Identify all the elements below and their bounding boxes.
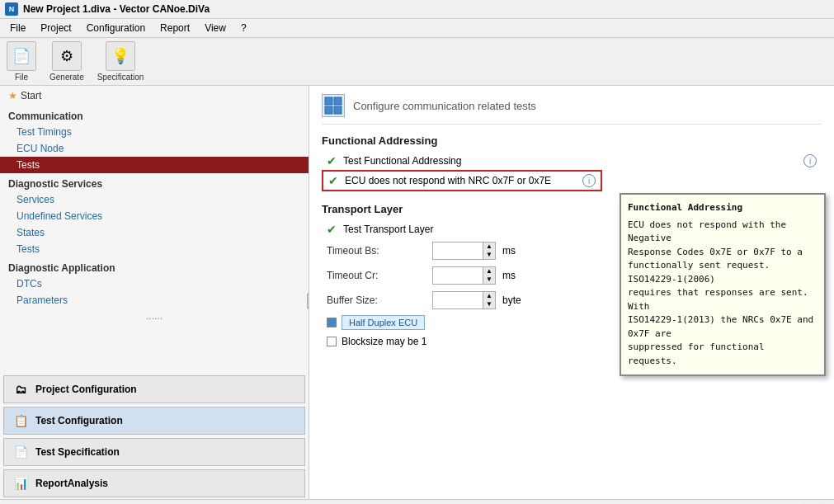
tooltip-line-6: suppressed for functional requests.: [628, 341, 818, 368]
sidebar-item-dtcs[interactable]: DTCs: [0, 276, 309, 292]
toolbar-specification-group: 💡 Specification: [97, 41, 144, 82]
buffer-size-spinner: 4095 ▲ ▼: [432, 291, 496, 309]
info-icon-2[interactable]: i: [582, 174, 596, 187]
menu-report[interactable]: Report: [153, 21, 196, 35]
buffer-size-spinner-btns: ▲ ▼: [483, 292, 495, 309]
half-duplex-button[interactable]: Half Duplex ECU: [342, 315, 425, 330]
menu-project[interactable]: Project: [34, 21, 78, 35]
buffer-size-down[interactable]: ▼: [483, 300, 495, 309]
buffer-size-label: Buffer Size:: [327, 294, 426, 306]
check-icon-3: ✔: [327, 223, 337, 236]
test-config-icon: 📋: [12, 412, 29, 429]
menu-help[interactable]: ?: [234, 21, 253, 35]
timeout-bs-spinner: 150 ▲ ▼: [432, 242, 496, 260]
check-icon-2: ✔: [328, 174, 338, 187]
timeout-cr-unit: ms: [502, 270, 516, 281]
tooltip-title: Functional Addressing: [628, 201, 818, 215]
toolbar-generate-button[interactable]: ⚙: [52, 41, 82, 71]
toolbar-specification-button[interactable]: 💡: [106, 41, 135, 71]
timeout-bs-label: Timeout Bs:: [327, 245, 426, 257]
project-config-icon: 🗂: [12, 381, 29, 398]
svg-rect-1: [334, 97, 342, 105]
test-functional-addressing-label: Test Functional Addressing: [343, 155, 461, 167]
tooltip-line-1: ECU does not respond with the Negative: [628, 219, 818, 246]
menu-file[interactable]: File: [3, 21, 32, 35]
main-layout: ◀ ★ Start Communication Test Timings ECU…: [0, 86, 834, 499]
tooltip-line-3: functionally sent request. ISO14229-1(20…: [628, 259, 818, 286]
sidebar-panel-test-spec[interactable]: 📄 Test Specification: [3, 438, 305, 466]
timeout-bs-spinner-btns: ▲ ▼: [483, 243, 495, 259]
timeout-cr-spinner: 150 ▲ ▼: [432, 266, 496, 285]
sidebar-panel-report-analysis-label: ReportAnalysis: [35, 478, 108, 489]
sidebar-section-diagnostic-application: Diagnostic Application: [0, 257, 309, 276]
ecu-nrc-row: ✔ ECU does not respond with NRC 0x7F or …: [322, 170, 602, 191]
timeout-cr-down[interactable]: ▼: [483, 276, 495, 284]
toolbar-file-group: 📄 File: [7, 41, 36, 82]
sidebar-item-undefined-services[interactable]: Undefined Services: [0, 208, 309, 224]
buffer-size-input[interactable]: 4095: [433, 293, 483, 308]
sidebar-item-states[interactable]: States: [0, 224, 309, 241]
sidebar: ◀ ★ Start Communication Test Timings ECU…: [0, 86, 309, 499]
sidebar-panel-report-analysis[interactable]: 📊 ReportAnalysis: [3, 469, 305, 497]
toolbar-generate-label: Generate: [49, 73, 84, 82]
test-functional-addressing-row: ✔ Test Functional Addressing i: [322, 152, 822, 170]
content-area: Configure communication related tests Fu…: [309, 86, 834, 499]
toolbar-specification-label: Specification: [97, 73, 144, 82]
half-duplex-checkbox[interactable]: [327, 318, 337, 327]
title-bar: N New Project 1.diva - Vector CANoe.DiVa: [0, 0, 834, 19]
sidebar-item-ecu-node[interactable]: ECU Node: [0, 140, 309, 157]
sidebar-section-communication: Communication: [0, 106, 309, 124]
app-icon: N: [5, 2, 18, 16]
content-header-title: Configure communication related tests: [353, 100, 536, 112]
sidebar-start-item[interactable]: ★ Start: [0, 86, 309, 106]
buffer-size-unit: byte: [502, 294, 521, 306]
toolbar: 📄 File ⚙ Generate 💡 Specification: [0, 38, 834, 86]
sidebar-item-tests-diag[interactable]: Tests: [0, 241, 309, 257]
timeout-cr-input[interactable]: 150: [433, 268, 483, 283]
sidebar-panel-test-config[interactable]: 📋 Test Configuration: [3, 407, 305, 435]
sidebar-panel-project-config[interactable]: 🗂 Project Configuration: [3, 375, 305, 403]
sidebar-panel-test-spec-label: Test Specification: [35, 446, 120, 458]
toolbar-file-button[interactable]: 📄: [7, 41, 36, 71]
title-text: New Project 1.diva - Vector CANoe.DiVa: [23, 3, 210, 15]
timeout-bs-up[interactable]: ▲: [483, 243, 495, 251]
sidebar-item-services[interactable]: Services: [0, 191, 309, 208]
info-icon-1[interactable]: i: [803, 154, 817, 167]
content-header-icon: [322, 94, 345, 117]
sidebar-panel-project-config-label: Project Configuration: [35, 384, 137, 395]
sidebar-item-tests-comm[interactable]: Tests: [0, 157, 309, 173]
svg-rect-0: [325, 97, 332, 105]
test-transport-layer-label: Test Transport Layer: [343, 224, 433, 235]
tooltip-line-4: requires that responses are sent. With: [628, 286, 818, 313]
sidebar-item-test-timings[interactable]: Test Timings: [0, 124, 309, 140]
buffer-size-up[interactable]: ▲: [483, 292, 495, 300]
sidebar-item-parameters[interactable]: Parameters: [0, 292, 309, 309]
report-analysis-icon: 📊: [12, 475, 29, 492]
status-bar: CSDN @诊断协议那些事儿: [0, 499, 834, 504]
blocksize-checkbox[interactable]: [327, 337, 337, 346]
functional-addressing-title: Functional Addressing: [322, 134, 822, 147]
sidebar-dots: ......: [0, 309, 309, 323]
sidebar-start-label: Start: [21, 90, 41, 101]
timeout-cr-label: Timeout Cr:: [327, 270, 426, 281]
menu-configuration[interactable]: Configuration: [80, 21, 152, 35]
tooltip-line-2: Response Codes 0x7E or 0x7F to a: [628, 246, 818, 260]
menu-view[interactable]: View: [198, 21, 233, 35]
tooltip-line-5: ISO14229-1(2013) the NRCs 0x7E and 0x7F …: [628, 313, 818, 341]
blocksize-label: Blocksize may be 1: [342, 336, 426, 347]
content-header: Configure communication related tests: [322, 94, 822, 125]
ecu-nrc-label: ECU does not respond with NRC 0x7F or 0x…: [345, 175, 551, 186]
sidebar-section-diagnostic-services: Diagnostic Services: [0, 173, 309, 191]
test-spec-icon: 📄: [12, 444, 29, 460]
timeout-cr-up[interactable]: ▲: [483, 267, 495, 276]
check-icon-1: ✔: [327, 154, 337, 167]
menu-bar: File Project Configuration Report View ?: [0, 19, 834, 38]
timeout-bs-unit: ms: [502, 245, 516, 257]
timeout-bs-input[interactable]: 150: [433, 243, 483, 258]
timeout-bs-down[interactable]: ▼: [483, 251, 495, 259]
svg-rect-2: [325, 106, 332, 114]
star-icon: ★: [8, 90, 17, 101]
svg-rect-3: [334, 106, 342, 114]
timeout-cr-spinner-btns: ▲ ▼: [483, 267, 495, 284]
toolbar-generate-group: ⚙ Generate: [49, 41, 84, 82]
